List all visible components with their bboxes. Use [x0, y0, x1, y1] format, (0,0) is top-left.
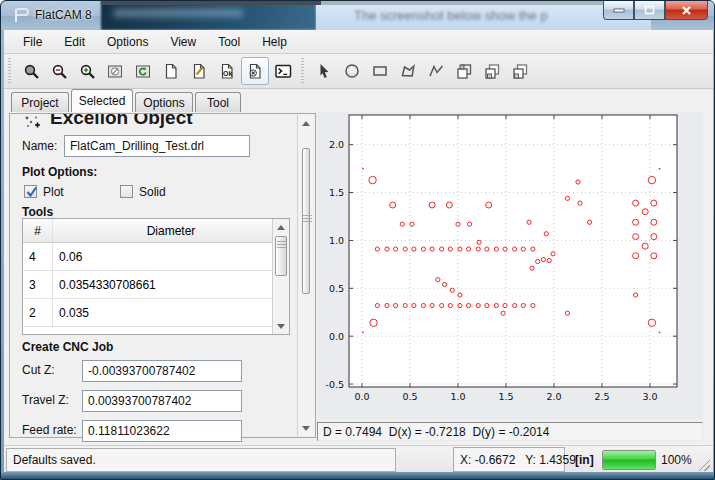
clear-plot-icon	[107, 63, 124, 80]
solid-checkbox-label[interactable]: Solid	[139, 185, 166, 199]
name-label: Name:	[22, 139, 57, 153]
edit-file-button[interactable]	[185, 57, 213, 85]
draw-rectangle-button[interactable]	[366, 57, 394, 85]
resize-grip[interactable]	[697, 458, 710, 471]
tab-project[interactable]: Project	[11, 92, 69, 112]
selected-object-panel: Excellon Object Name: FlatCam_Drilling_T…	[9, 113, 316, 438]
menu-view[interactable]: View	[159, 32, 207, 52]
cancel-icon	[247, 63, 264, 80]
object-name-field[interactable]: FlatCam_Drilling_Test.drl	[64, 135, 250, 157]
field-label: Travel Z:	[22, 393, 69, 407]
tab-tool[interactable]: Tool	[195, 92, 241, 112]
edit-file-icon	[191, 63, 208, 80]
menu-help[interactable]: Help	[251, 32, 298, 52]
tool-row[interactable]: 20.035	[23, 299, 289, 327]
cut-z-field[interactable]: -0.00393700787402	[82, 360, 242, 382]
tab-options[interactable]: Options	[135, 92, 193, 112]
draw-polygon-button[interactable]	[394, 57, 422, 85]
feed-rate-field[interactable]: 0.11811023622	[82, 420, 242, 442]
new-file-button[interactable]	[157, 57, 185, 85]
plot-checkbox[interactable]	[24, 185, 37, 198]
draw-circle-button[interactable]	[338, 57, 366, 85]
plot-canvas[interactable]: 0.00.51.01.52.02.53.0-0.50.00.51.01.52.0	[317, 112, 703, 419]
window-bottom-border	[1, 472, 715, 479]
tool-row[interactable]: 40.06	[23, 243, 289, 271]
cancel-button[interactable]	[241, 57, 269, 85]
cursor-coordinates: X: -0.6672 Y: 1.4359	[453, 447, 565, 472]
scroll-up-icon[interactable]	[298, 115, 314, 131]
title-bar[interactable]: The screenshot below show the p FlatCAM …	[1, 1, 715, 30]
replot-button[interactable]	[129, 57, 157, 85]
menu-options[interactable]: Options	[96, 32, 159, 52]
maximize-button[interactable]	[634, 1, 665, 20]
svg-text:Ok: Ok	[223, 69, 232, 76]
draw-polyline-button[interactable]	[422, 57, 450, 85]
zoom-out-button[interactable]	[45, 57, 73, 85]
console-button[interactable]	[269, 57, 297, 85]
object-type-heading: Excellon Object	[50, 114, 270, 129]
toolbar-handle[interactable]	[8, 58, 13, 84]
field-label: Feed rate:	[22, 423, 77, 437]
menu-bar: FileEditOptionsViewToolHelp	[4, 30, 713, 54]
draw-polyline-icon	[428, 63, 445, 80]
copy-geometry-button[interactable]	[478, 57, 506, 85]
travel-z-field[interactable]: 0.00393700787402	[82, 390, 242, 412]
plot-checkbox-label[interactable]: Plot	[43, 185, 64, 199]
plot-svg: 0.00.51.01.52.02.53.0-0.50.00.51.01.52.0	[317, 112, 703, 419]
menu-tool[interactable]: Tool	[207, 32, 251, 52]
accept-ok-button[interactable]: Ok	[213, 57, 241, 85]
zoom-fit-button[interactable]	[17, 57, 45, 85]
draw-circle-icon	[344, 63, 361, 80]
toolbar-handle[interactable]	[301, 58, 306, 84]
menu-file[interactable]: File	[12, 32, 53, 52]
tools-table-scrollbar[interactable]	[272, 219, 289, 334]
minimize-button[interactable]	[603, 1, 634, 20]
pointer-icon	[316, 63, 333, 80]
copy-excellon-button[interactable]	[506, 57, 534, 85]
plot-options-label: Plot Options:	[22, 165, 97, 179]
close-button[interactable]	[665, 1, 708, 20]
svg-text:2.0: 2.0	[329, 139, 344, 150]
cnc-heading: Create CNC Job	[22, 340, 113, 354]
zoom-out-icon	[51, 63, 68, 80]
background-window-glimpse	[101, 1, 316, 30]
clear-plot-button[interactable]	[101, 57, 129, 85]
field-label: Cut Z:	[22, 363, 55, 377]
toolbar: Ok	[4, 54, 713, 89]
svg-text:-0.5: -0.5	[325, 379, 344, 390]
zoom-fit-icon	[23, 63, 40, 80]
tools-col-diameter[interactable]: Diameter	[53, 219, 289, 242]
window-controls	[603, 1, 708, 20]
menu-edit[interactable]: Edit	[53, 32, 96, 52]
background-text: The screenshot below show the p	[354, 8, 548, 23]
copy-objects-button[interactable]	[450, 57, 478, 85]
pointer-button[interactable]	[310, 57, 338, 85]
status-bar: Defaults saved. X: -0.6672 Y: 1.4359 [in…	[4, 445, 713, 474]
panel-scrollbar[interactable]	[297, 115, 314, 436]
tab-bar: ProjectSelectedOptionsTool	[4, 89, 713, 112]
replot-icon	[135, 63, 152, 80]
draw-polygon-icon	[400, 63, 417, 80]
panel-heading-clipped: Excellon Object	[50, 114, 270, 129]
tools-table[interactable]: #Diameter 40.0630.035433070866120.035	[22, 218, 290, 335]
main-content: Excellon Object Name: FlatCam_Drilling_T…	[4, 112, 713, 445]
progress-percent-label: 100%	[661, 453, 692, 467]
status-message: Defaults saved.	[6, 448, 396, 472]
zoom-in-button[interactable]	[73, 57, 101, 85]
svg-text:0.5: 0.5	[329, 283, 344, 294]
accept-ok-icon: Ok	[219, 63, 236, 80]
progress-bar	[602, 450, 656, 470]
solid-checkbox[interactable]	[120, 185, 133, 198]
tools-col-num[interactable]: #	[23, 219, 53, 242]
scroll-down-icon[interactable]	[273, 318, 289, 334]
scroll-down-icon[interactable]	[298, 420, 314, 436]
tool-row[interactable]: 30.0354330708661	[23, 271, 289, 299]
svg-text:3.0: 3.0	[642, 391, 657, 402]
tab-selected[interactable]: Selected	[71, 89, 133, 112]
units-label: [in]	[575, 453, 594, 467]
scroll-up-icon[interactable]	[273, 219, 289, 235]
copy-objects-icon	[456, 63, 473, 80]
measurement-readout: D = 0.7494 D(x) = -0.7218 D(y) = -0.2014	[317, 422, 703, 441]
flatcam-window: The screenshot below show the p FlatCAM …	[0, 0, 715, 480]
new-file-icon	[163, 63, 180, 80]
